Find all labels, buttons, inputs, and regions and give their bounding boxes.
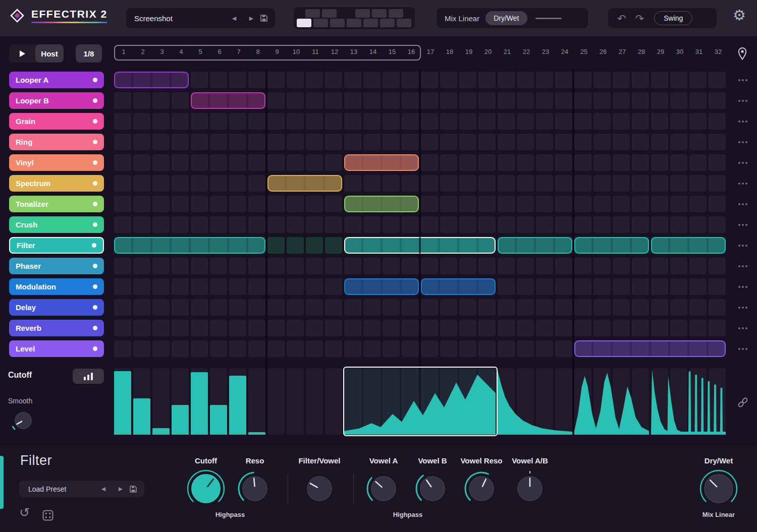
grid-cell[interactable] — [267, 340, 285, 357]
grid-cell[interactable] — [152, 196, 170, 212]
host-button[interactable]: Host — [35, 44, 64, 63]
grid-cell[interactable] — [152, 258, 170, 274]
track-vinyl[interactable]: Vinyl — [9, 154, 104, 171]
grid-cell[interactable] — [536, 92, 553, 109]
grid-cell[interactable] — [210, 299, 227, 316]
grid-cell[interactable] — [689, 72, 707, 88]
timeline-step[interactable]: 27 — [613, 48, 632, 55]
pin-icon[interactable] — [737, 47, 747, 61]
grid-cell[interactable] — [267, 258, 285, 274]
grid-cell[interactable] — [613, 216, 630, 233]
redo-icon[interactable]: ↷ — [635, 13, 644, 24]
grid-cell[interactable] — [267, 154, 285, 171]
lane-cell[interactable] — [325, 368, 342, 435]
grid-cell[interactable] — [152, 92, 170, 109]
grid-cell[interactable] — [402, 216, 419, 233]
timeline-step[interactable]: 21 — [498, 48, 517, 55]
row-menu[interactable] — [735, 320, 751, 336]
grid-cell[interactable] — [709, 154, 726, 171]
row-menu[interactable] — [735, 72, 751, 88]
grid-cell[interactable] — [574, 278, 591, 295]
grid-cell[interactable] — [114, 196, 131, 212]
grid-cell[interactable] — [210, 278, 227, 295]
grid-cell[interactable] — [670, 196, 687, 212]
grid-cell[interactable] — [709, 258, 726, 274]
grid-cell[interactable] — [421, 299, 438, 316]
grid-cell[interactable] — [517, 278, 534, 295]
grid-cell[interactable] — [498, 154, 515, 171]
grid-cell[interactable] — [632, 134, 649, 150]
grid-cell[interactable] — [555, 134, 572, 150]
grid-cell[interactable] — [613, 134, 630, 150]
knob-cutoff[interactable] — [186, 468, 226, 509]
grid-cell[interactable] — [229, 320, 246, 336]
grid-cell[interactable] — [133, 299, 150, 316]
grid-cell[interactable] — [287, 92, 304, 109]
knob-vowel-b[interactable] — [414, 470, 451, 507]
grid-cell[interactable] — [114, 154, 131, 171]
grid-cell[interactable] — [709, 216, 726, 233]
grid-cell[interactable] — [363, 175, 381, 192]
grid-cell[interactable] — [210, 134, 227, 150]
track-looper-b[interactable]: Looper B — [9, 92, 104, 109]
grid-cell[interactable] — [459, 175, 476, 192]
grid-cell[interactable] — [363, 134, 381, 150]
pattern-key[interactable] — [397, 19, 411, 27]
grid-cell[interactable] — [248, 278, 265, 295]
row-menu[interactable] — [735, 237, 751, 254]
timeline-step[interactable]: 31 — [689, 48, 709, 55]
grid-cell[interactable] — [670, 320, 687, 336]
grid-cell[interactable] — [114, 216, 131, 233]
grid-cell[interactable] — [440, 196, 457, 212]
pattern-key[interactable] — [363, 19, 378, 27]
row-menu[interactable] — [735, 216, 751, 233]
grid-cell[interactable] — [421, 216, 438, 233]
grid-cell[interactable] — [478, 72, 496, 88]
grid-cell[interactable] — [325, 258, 342, 274]
grid-cell[interactable] — [172, 175, 189, 192]
grid-cell[interactable] — [172, 258, 189, 274]
track-filter[interactable]: Filter — [9, 237, 104, 254]
grid-cell[interactable] — [191, 72, 208, 88]
grid-cell[interactable] — [325, 92, 342, 109]
grid-cell[interactable] — [709, 72, 726, 88]
grid-cell[interactable] — [191, 216, 208, 233]
grid-cell[interactable] — [421, 258, 438, 274]
pattern-key[interactable] — [305, 9, 320, 18]
grid-cell[interactable] — [383, 340, 400, 357]
knob-vowel-reso[interactable] — [463, 470, 500, 507]
grid-cell[interactable] — [363, 92, 381, 109]
grid-cell[interactable] — [651, 154, 668, 171]
grid-cell[interactable] — [632, 175, 649, 192]
grid-cell[interactable] — [248, 216, 265, 233]
cutoff-curve[interactable] — [498, 368, 572, 435]
grid-cell[interactable] — [670, 216, 687, 233]
grid-cell[interactable] — [593, 92, 611, 109]
grid-cell[interactable] — [248, 113, 265, 130]
grid-cell[interactable] — [459, 196, 476, 212]
grid-cell[interactable] — [498, 340, 515, 357]
grid-cell[interactable] — [593, 113, 611, 130]
grid-cell[interactable] — [325, 278, 342, 295]
grid-cell[interactable] — [574, 113, 591, 130]
grid-cell[interactable] — [517, 154, 534, 171]
grid-cell[interactable] — [651, 299, 668, 316]
grid-cell[interactable] — [593, 320, 611, 336]
grid-cell[interactable] — [517, 134, 534, 150]
pattern-block-looper-b[interactable] — [191, 92, 265, 109]
grid-cell[interactable] — [287, 299, 304, 316]
grid-cell[interactable] — [248, 134, 265, 150]
grid-cell[interactable] — [593, 196, 611, 212]
grid-cell[interactable] — [498, 134, 515, 150]
grid-cell[interactable] — [459, 320, 476, 336]
grid-cell[interactable] — [383, 134, 400, 150]
grid-cell[interactable] — [152, 134, 170, 150]
track-phaser[interactable]: Phaser — [9, 258, 104, 274]
pattern-key[interactable] — [372, 9, 387, 18]
grid-cell[interactable] — [383, 320, 400, 336]
grid-cell[interactable] — [152, 113, 170, 130]
grid-cell[interactable] — [709, 92, 726, 109]
grid-cell[interactable] — [536, 134, 553, 150]
grid-cell[interactable] — [267, 216, 285, 233]
grid-cell[interactable] — [191, 299, 208, 316]
